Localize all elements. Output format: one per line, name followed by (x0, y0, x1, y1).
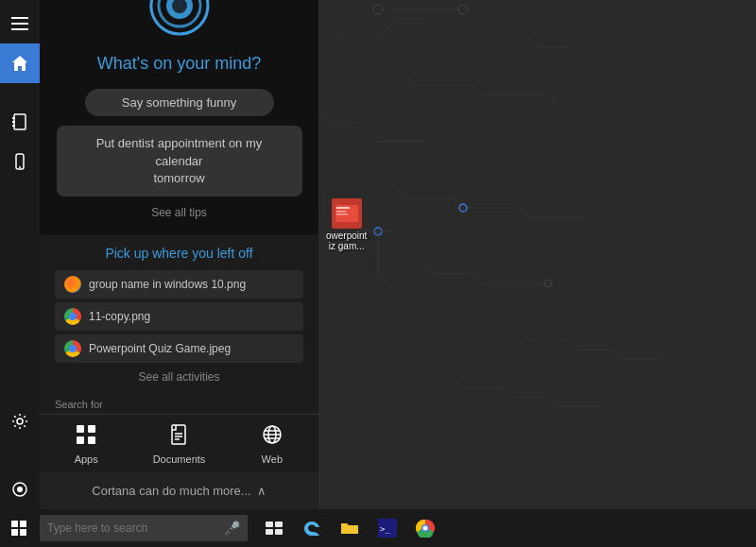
svg-rect-45 (275, 521, 283, 527)
tip-button-1[interactable]: Say something funny (85, 89, 274, 116)
start-button[interactable] (0, 509, 38, 547)
taskbar-search-input[interactable] (47, 521, 224, 535)
svg-rect-31 (172, 425, 185, 444)
documents-label: Documents (153, 453, 206, 465)
svg-point-52 (423, 526, 428, 531)
cat-button-documents[interactable]: Documents (132, 415, 225, 472)
firefox-icon-1 (64, 276, 81, 293)
chrome-taskbar-icon (416, 519, 435, 538)
cortana-title: What's on your mind? (97, 54, 262, 74)
svg-rect-17 (12, 125, 15, 127)
cortana-more-label: Cortana can do much more... (92, 484, 250, 498)
svg-rect-10 (11, 17, 28, 19)
phone-icon (11, 153, 28, 170)
cmd-icon: >_ (378, 519, 397, 538)
svg-rect-14 (14, 114, 26, 129)
pickup-title: Pick up where you left off (55, 246, 303, 261)
chrome-icon-3 (64, 340, 81, 357)
apps-label: Apps (75, 453, 98, 465)
recent-file-1[interactable]: group name in windows 10.png (55, 270, 303, 299)
cortana-logo (146, 0, 213, 39)
edge-icon (302, 519, 321, 538)
svg-rect-19 (19, 166, 21, 168)
svg-rect-9 (336, 214, 348, 215)
svg-rect-16 (12, 121, 15, 123)
web-icon (262, 424, 283, 450)
home-icon (11, 55, 28, 72)
desktop-file-label: owerpointiz gam... (326, 231, 367, 251)
cortana-more-icon: ∧ (257, 484, 266, 498)
svg-rect-7 (336, 207, 350, 209)
taskbar-chrome[interactable] (406, 509, 444, 547)
svg-point-1 (373, 5, 383, 14)
taskbar-cmd[interactable]: >_ (369, 509, 406, 547)
svg-point-20 (17, 419, 23, 424)
svg-rect-12 (11, 28, 28, 30)
sidebar-notebook[interactable] (0, 102, 40, 142)
microphone-icon: 🎤 (224, 521, 240, 536)
tip2-line1: Put dentist appointment on my calendar (96, 136, 263, 167)
svg-marker-13 (12, 56, 27, 71)
pickup-section: Pick up where you left off group name in… (40, 234, 318, 395)
cat-button-apps[interactable]: Apps (40, 415, 132, 472)
tip-button-2[interactable]: Put dentist appointment on my calendar t… (57, 126, 302, 197)
svg-rect-44 (266, 521, 273, 527)
taskbar-folder[interactable] (331, 509, 369, 547)
folder-icon (340, 519, 359, 538)
svg-rect-28 (88, 425, 95, 433)
recent-file-name-3: Powerpoint Quiz Game.jpeg (89, 342, 231, 355)
documents-icon (168, 424, 189, 450)
feedback-icon (11, 481, 28, 498)
recent-file-2[interactable]: 11-copy.png (55, 302, 303, 331)
desktop-file-icon[interactable]: owerpointiz gam... (326, 198, 367, 251)
svg-rect-15 (12, 117, 15, 119)
cortana-more-bar[interactable]: Cortana can do much more... ∧ (40, 472, 318, 509)
cat-button-web[interactable]: Web (226, 415, 318, 472)
svg-rect-30 (88, 436, 95, 444)
sidebar-phone[interactable] (0, 142, 40, 181)
web-label: Web (262, 453, 283, 465)
svg-rect-46 (266, 529, 273, 535)
svg-rect-11 (11, 23, 28, 25)
cortana-panel: What's on your mind? Say something funny… (40, 0, 318, 509)
chrome-icon-2 (64, 308, 81, 325)
taskbar-search-box[interactable]: 🎤 (40, 515, 248, 541)
svg-rect-29 (77, 436, 84, 444)
svg-point-22 (17, 487, 23, 492)
cortana-header: What's on your mind? Say something funny… (40, 0, 318, 234)
apps-icon (76, 424, 96, 450)
recent-file-name-2: 11-copy.png (89, 310, 150, 323)
windows-logo-icon (11, 521, 26, 536)
svg-rect-43 (20, 529, 26, 536)
tip2-line2: tomorrow (153, 171, 204, 185)
svg-rect-8 (336, 211, 346, 213)
sidebar-home[interactable] (0, 43, 40, 83)
desktop-file-thumbnail (332, 198, 362, 229)
sidebar-hamburger[interactable] (0, 4, 40, 43)
sidebar-feedback[interactable] (0, 470, 40, 509)
svg-rect-42 (11, 529, 18, 536)
settings-icon (11, 413, 28, 430)
recent-file-3[interactable]: Powerpoint Quiz Game.jpeg (55, 334, 303, 363)
svg-rect-40 (11, 521, 18, 527)
notebook-icon (11, 113, 28, 130)
svg-rect-41 (20, 521, 26, 527)
taskbar: 🎤 >_ (0, 509, 756, 547)
start-sidebar (0, 0, 40, 509)
see-all-tips[interactable]: See all tips (151, 206, 207, 219)
sidebar-settings[interactable] (0, 402, 40, 441)
see-all-activities[interactable]: See all activities (55, 370, 303, 384)
category-buttons: Apps Documents (40, 414, 318, 472)
search-for-label: Search for (40, 395, 318, 414)
taskbar-edge[interactable] (293, 509, 331, 547)
taskbar-task-view[interactable] (255, 509, 293, 547)
svg-rect-27 (77, 425, 84, 433)
task-view-icon (265, 519, 284, 538)
hamburger-icon (11, 15, 28, 32)
svg-text:>_: >_ (380, 524, 390, 534)
recent-file-name-1: group name in windows 10.png (89, 278, 246, 291)
taskbar-app-buttons: >_ (255, 509, 444, 547)
svg-rect-47 (275, 529, 283, 535)
